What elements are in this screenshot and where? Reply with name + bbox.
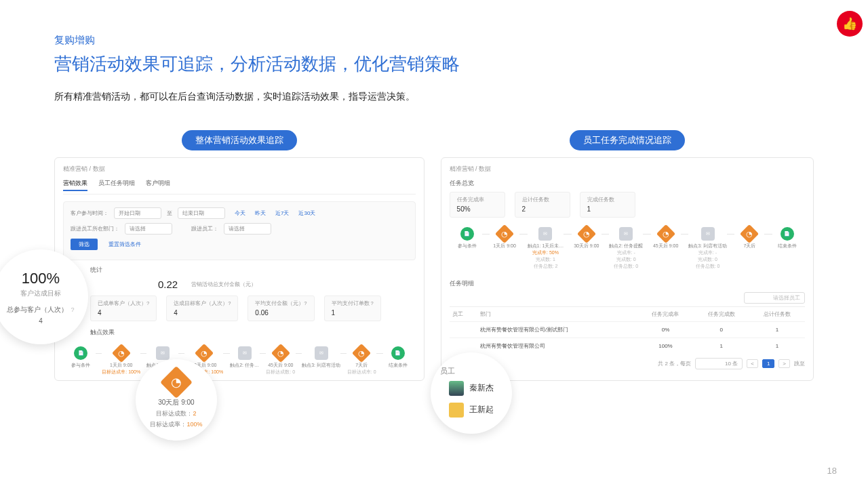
clock-icon: ◔ <box>656 224 675 243</box>
section-flow: 触点效果 <box>63 328 416 337</box>
right-panel: 精准营销 / 数据 任务总览 任务完成率50% 总计任务数2 完成任务数1 📄参… <box>441 157 814 381</box>
flow-node: 📄参与条件 <box>452 227 482 249</box>
quick-30d[interactable]: 近30天 <box>298 209 315 217</box>
flow-node: 📄结束条件 <box>772 227 802 249</box>
filter-emp-label: 跟进员工： <box>191 225 218 232</box>
quick-today[interactable]: 今天 <box>235 209 245 217</box>
flow-node: ◔1天后 9:00目标达成率: 100% <box>102 346 140 375</box>
start-date-input[interactable]: 开始日期 <box>114 207 161 219</box>
doc-icon: 📄 <box>460 227 474 241</box>
clock-icon: ◔ <box>195 344 214 363</box>
flow-node: ◔45天后 9:00目标达成数: 0 <box>266 346 296 375</box>
doc-icon: 📄 <box>74 346 87 360</box>
mail-icon: ✉ <box>156 346 170 360</box>
flow-diagram: 📄参与条件◔1天后 9:00✉触点1: 1天后未…完成率: 50%完成数: 1任… <box>450 227 805 270</box>
page-current[interactable]: 1 <box>762 359 774 368</box>
mail-icon: ✉ <box>238 346 252 360</box>
mail-icon: ✉ <box>538 227 552 241</box>
mail-icon: ✉ <box>619 227 633 241</box>
flow-node: ◔7天后 <box>734 227 764 249</box>
employee-search[interactable]: 请选择员工 <box>744 292 805 304</box>
breadcrumb: 精准营销 / 数据 <box>450 165 805 174</box>
section-detail: 任务明细 <box>450 279 805 288</box>
page-desc: 所有精准营销活动，都可以在后台查询活动数据，实时追踪活动效果，指导运营决策。 <box>54 91 814 103</box>
quick-yesterday[interactable]: 昨天 <box>255 209 266 217</box>
emp-select[interactable]: 请选择 <box>224 223 271 235</box>
flow-node: ✉触点3: 到店有活动 <box>302 346 340 369</box>
page-number: 18 <box>827 466 837 476</box>
stat-card: 平均支付金额（元）?0.06 <box>248 296 314 321</box>
filter-dept-label: 跟进员工所在部门： <box>71 225 119 232</box>
dept-select[interactable]: 请选择 <box>125 223 172 235</box>
clock-icon: ◔ <box>271 344 290 363</box>
filter-button[interactable]: 筛选 <box>71 239 98 250</box>
quick-7d[interactable]: 近7天 <box>275 209 289 217</box>
thumbs-badge: 👍 <box>837 11 863 37</box>
table-row: 杭州有赞餐饮管理有限公司100%11 <box>450 338 805 354</box>
flow-node: ◔1天后 9:00 <box>490 227 519 249</box>
flow-node: 📄参与条件 <box>66 346 96 369</box>
flow-node: ✉触点3: 到店有活动完成率: -完成数: 0任务总数: 0 <box>688 227 727 270</box>
clock-icon: ◔ <box>352 344 371 363</box>
table-row: 杭州有赞餐饮管理有限公司/测试部门0%01 <box>450 322 805 338</box>
ov-card: 总计任务数2 <box>515 192 570 218</box>
avatar <box>449 403 464 418</box>
clock-icon: ◔ <box>112 344 131 363</box>
stat-card: 已成单客户（人次）?4 <box>90 296 157 321</box>
ov-card: 任务完成率50% <box>450 192 505 218</box>
next-page[interactable]: > <box>778 359 790 368</box>
breadcrumb: 精准营销 / 数据 <box>63 165 416 174</box>
page-title: 营销活动效果可追踪，分析活动数据，优化营销策略 <box>54 52 814 76</box>
filter-box: 客户参与时间： 开始日期 至 结束日期 今天 昨天 近7天 近30天 跟进员工所… <box>63 201 416 260</box>
stat-card: 平均支付订单数 ?1 <box>324 296 381 321</box>
flow-node: ◔30天后 9:00 <box>572 227 601 249</box>
page-subtitle: 复购增购 <box>54 34 814 47</box>
tab-employee[interactable]: 员工任务明细 <box>98 179 135 191</box>
doc-icon: 📄 <box>781 227 794 241</box>
flow-node: 📄结束条件 <box>383 346 413 369</box>
clock-icon: ◔ <box>495 224 514 243</box>
flow-node: ✉触点2: 任务提醒完成率: -完成数: 0任务总数: 0 <box>609 227 643 270</box>
mail-icon: ✉ <box>701 227 715 241</box>
section-stats: 统计 <box>63 266 416 274</box>
flow-node: ✉触点2: 任务… <box>230 346 260 369</box>
filter-time-label: 客户参与时间： <box>71 209 108 217</box>
flow-diagram: 📄参与条件◔1天后 9:00目标达成率: 100%✉触点1: 1天未…◔30天后… <box>63 346 416 375</box>
reset-button[interactable]: 重置筛选条件 <box>103 239 146 250</box>
callout-node: ◔ 30天后 9:00 目标达成数：2 目标达成率：100% <box>136 359 217 441</box>
flow-node: ✉触点1: 1天后未…完成率: 50%完成数: 1任务总数: 2 <box>528 227 564 270</box>
flow-node: ◔7天后目标达成率: 0 <box>347 346 376 375</box>
avatar <box>449 381 464 396</box>
section-overview: 任务总览 <box>450 179 805 188</box>
flow-node: ◔45天后 9:00 <box>651 227 681 249</box>
total-amount: 0.22 <box>158 279 178 290</box>
tab-effect[interactable]: 营销效果 <box>63 179 87 191</box>
clock-icon: ◔ <box>740 224 759 243</box>
mail-icon: ✉ <box>315 346 328 360</box>
end-date-input[interactable]: 结束日期 <box>178 207 225 219</box>
clock-icon: ◔ <box>577 224 596 243</box>
stat-card: 达成目标客户（人次）?4 <box>166 296 238 321</box>
per-page-select[interactable]: 10 条 <box>695 358 743 369</box>
tab-customer[interactable]: 客户明细 <box>146 179 170 191</box>
left-pill: 整体营销活动效果追踪 <box>182 130 297 150</box>
prev-page[interactable]: < <box>747 359 758 368</box>
total-amount-label: 营销活动总支付金额（元） <box>191 281 256 288</box>
tabs[interactable]: 营销效果 员工任务明细 客户明细 <box>63 179 416 195</box>
right-pill: 员工任务完成情况追踪 <box>570 130 685 150</box>
clock-icon: ◔ <box>160 366 193 399</box>
doc-icon: 📄 <box>391 346 405 360</box>
ov-card: 完成任务数1 <box>580 192 635 218</box>
callout-employees: 员工 秦新杰 王新起 <box>431 352 512 434</box>
task-table: 员工 部门 任务完成率 任务完成数 总计任务数 杭州有赞餐饮管理有限公司/测试部… <box>450 306 805 354</box>
left-panel: 精准营销 / 数据 营销效果 员工任务明细 客户明细 客户参与时间： 开始日期 … <box>54 157 425 381</box>
